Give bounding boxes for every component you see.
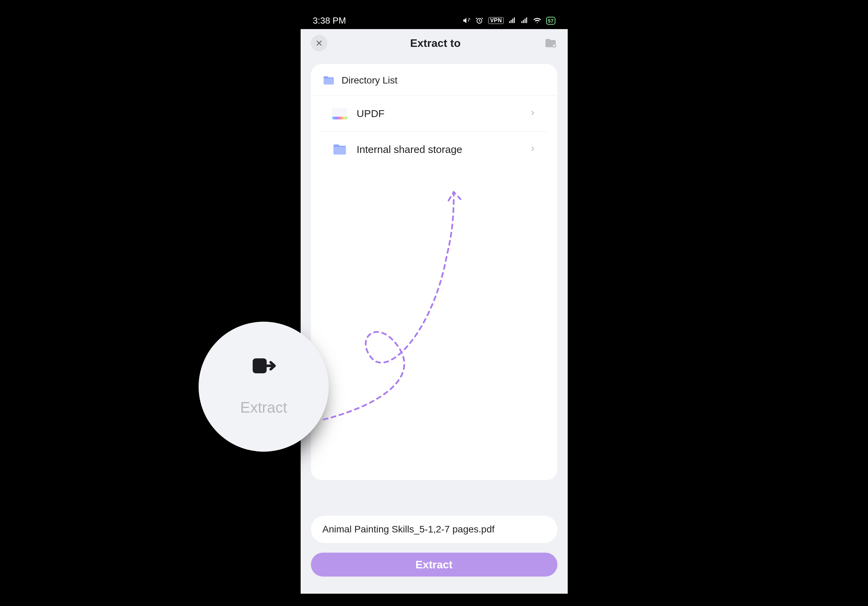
new-folder-button[interactable] (544, 36, 558, 50)
updf-icon (332, 106, 347, 121)
close-button[interactable] (311, 35, 327, 51)
page-title: Extract to (410, 37, 461, 49)
svg-rect-5 (514, 17, 515, 23)
chevron-right-icon (529, 110, 536, 118)
close-icon (315, 39, 323, 47)
signal-icon-2 (521, 17, 529, 24)
volume-muted-icon (462, 16, 470, 25)
chevron-right-icon (529, 145, 536, 154)
filename-input[interactable]: Animal Painting Skills_5-1,2-7 pages.pdf (311, 516, 558, 543)
svg-rect-8 (525, 19, 525, 23)
extract-button[interactable]: Extract (311, 553, 558, 577)
svg-rect-3 (510, 20, 512, 23)
phone-frame: 3:38 PM VPN 57 Extract to (301, 12, 568, 594)
status-time: 3:38 PM (313, 15, 346, 26)
signal-icon-1 (508, 17, 516, 24)
directory-item-storage[interactable]: Internal shared storage (321, 132, 548, 167)
vpn-badge: VPN (488, 17, 503, 24)
folder-icon (332, 142, 347, 157)
directory-item-updf[interactable]: UPDF (321, 96, 548, 132)
status-indicators: VPN 57 (462, 16, 555, 25)
directory-list-label: Directory List (342, 75, 398, 86)
status-bar: 3:38 PM VPN 57 (301, 12, 568, 29)
directory-list-header: Directory List (311, 64, 558, 96)
extract-callout-label: Extract (240, 399, 287, 416)
svg-line-0 (469, 18, 470, 20)
svg-rect-4 (512, 19, 513, 23)
svg-rect-6 (521, 21, 522, 23)
extract-callout: Extract (198, 322, 329, 452)
directory-item-label: Internal shared storage (357, 144, 520, 155)
folder-open-icon (322, 74, 335, 87)
svg-rect-7 (523, 20, 524, 23)
app-header: Extract to (301, 29, 568, 57)
svg-rect-2 (509, 21, 510, 23)
wifi-icon (533, 16, 541, 25)
alarm-icon (475, 16, 484, 25)
svg-rect-9 (526, 17, 527, 23)
directory-card: Directory List UPDF Internal shared stor… (311, 64, 558, 480)
battery-icon: 57 (546, 17, 555, 25)
export-icon (252, 357, 276, 379)
new-folder-icon (544, 37, 557, 49)
directory-item-label: UPDF (357, 108, 520, 119)
